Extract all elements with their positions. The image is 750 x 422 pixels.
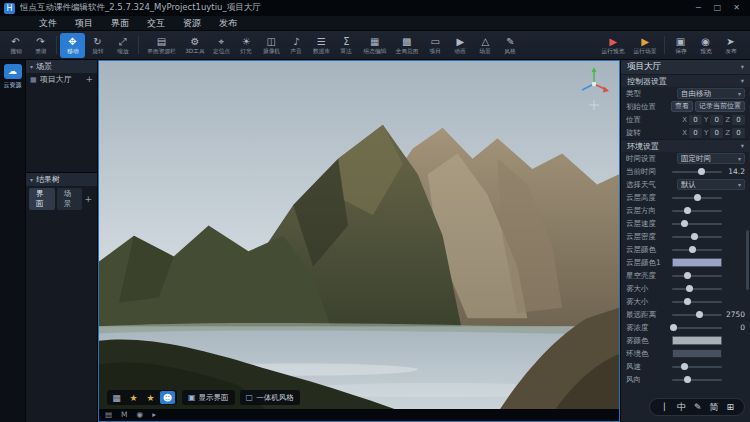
slider-thumb-far-distance[interactable] — [696, 311, 703, 318]
tool-camera[interactable]: ◫摄像机 — [259, 33, 284, 58]
slider-thumb-cloud-color[interactable] — [689, 246, 696, 253]
viewport-button-kiosk-style[interactable]: ▢一体机风格 — [240, 390, 300, 405]
slider-thumb-cloud-direction[interactable] — [684, 207, 691, 214]
viewport-button-bookmark-1[interactable]: ★ — [126, 391, 141, 404]
ime-pen[interactable]: ✎ — [694, 399, 702, 415]
add-scene-button[interactable]: + — [85, 75, 93, 84]
media-forward-icon[interactable]: ▸ — [152, 409, 156, 421]
input-position-y[interactable]: 0 — [710, 115, 723, 125]
slider-star-brightness[interactable] — [672, 270, 722, 281]
tool-undo[interactable]: ↶撤销 — [3, 33, 28, 58]
color-swatch-cloud-color-1[interactable] — [672, 258, 722, 267]
dropdown-time-mode[interactable]: 固定时间▾ — [677, 153, 745, 164]
result-tab-ui[interactable]: 界面 — [29, 188, 55, 210]
viewport-3d[interactable]: ▦★★☻ ▣显示界面▢一体机风格 ▤M◉▸ — [98, 60, 620, 422]
properties-title[interactable]: 项目大厅 ▾ — [621, 60, 750, 74]
slider-thumb-cloud-density[interactable] — [691, 233, 698, 240]
slider-wind-speed[interactable] — [672, 361, 722, 372]
tool-light[interactable]: ☀灯光 — [234, 33, 259, 58]
scene-item-project-hall[interactable]: ▦项目大厅+ — [26, 73, 97, 86]
initial-position-button-0[interactable]: 查看 — [671, 101, 693, 112]
menu-resource[interactable]: 资源 — [174, 16, 210, 30]
tool-publish[interactable]: ➤发布 — [718, 33, 743, 58]
ime-caret[interactable]: 丨 — [660, 399, 669, 415]
media-brand-m-icon[interactable]: M — [121, 409, 127, 421]
slider-cloud-height[interactable] — [672, 192, 722, 203]
viewport-button-show-ui[interactable]: ▣显示界面 — [182, 390, 235, 405]
ime-simplified[interactable]: 简 — [709, 399, 718, 415]
slider-fog-size[interactable] — [672, 283, 722, 294]
tool-run-preview[interactable]: ▶运行预览 — [597, 33, 629, 58]
tool-preview[interactable]: ◉预览 — [693, 33, 718, 58]
color-swatch-ambient-color[interactable] — [672, 349, 722, 358]
tool-sound[interactable]: ♪声音 — [284, 33, 309, 58]
input-rotation-y[interactable]: 0 — [710, 128, 723, 138]
slider-far-distance[interactable] — [672, 309, 722, 320]
slider-wind-direction[interactable] — [672, 374, 722, 385]
media-menu-icon[interactable]: ▤ — [105, 409, 112, 421]
viewport-button-grid-view[interactable]: ▦ — [109, 391, 124, 404]
tool-project[interactable]: ▭项目 — [423, 33, 448, 58]
dropdown-type[interactable]: 自由移动▾ — [677, 88, 745, 99]
initial-position-button-1[interactable]: 记录当前位置 — [695, 101, 745, 112]
slider-thumb-wind-direction[interactable] — [684, 376, 691, 383]
slider-cloud-color[interactable] — [672, 244, 722, 255]
tool-algorithm[interactable]: Σ算法 — [334, 33, 359, 58]
input-rotation-x[interactable]: 0 — [689, 128, 702, 138]
slider-cloud-density[interactable] — [672, 231, 722, 242]
menu-publish[interactable]: 发布 — [210, 16, 246, 30]
slider-thumb-fog-size-2[interactable] — [684, 298, 691, 305]
tool-run-scene[interactable]: ▶运行场景 — [629, 33, 661, 58]
result-tree-header[interactable]: ▾ 结果树 — [26, 173, 97, 186]
ime-keyboard[interactable]: ⊞ — [726, 399, 734, 415]
tool-style[interactable]: ✎风格 — [498, 33, 523, 58]
controller-section-header[interactable]: 控制器设置 ▾ — [621, 74, 750, 87]
tool-redo[interactable]: ↷重做 — [28, 33, 53, 58]
tool-scale[interactable]: ⤢缩放 — [110, 33, 135, 58]
menu-ui[interactable]: 界面 — [102, 16, 138, 30]
slider-thumb-star-brightness[interactable] — [684, 272, 691, 279]
result-tab-scene[interactable]: 场景 — [57, 188, 83, 210]
input-rotation-z[interactable]: 0 — [732, 128, 745, 138]
viewport-button-walk-mode[interactable]: ☻ — [160, 391, 175, 404]
tool-scene[interactable]: △场景 — [473, 33, 498, 58]
slider-thumb-cloud-speed[interactable] — [681, 220, 688, 227]
slider-thumb-wind-speed[interactable] — [681, 363, 688, 370]
ime-lang-zh[interactable]: 中 — [677, 399, 686, 415]
color-swatch-fog-color[interactable] — [672, 336, 722, 345]
menu-project[interactable]: 项目 — [66, 16, 102, 30]
tool-ui-resource-bar[interactable]: ▤界面资源栏 — [142, 33, 181, 58]
tool-database[interactable]: ☰数据库 — [309, 33, 334, 58]
menu-interaction[interactable]: 交互 — [138, 16, 174, 30]
slider-thumb-fog-size[interactable] — [686, 285, 693, 292]
tool-rotate[interactable]: ↻旋转 — [85, 33, 110, 58]
slider-cloud-speed[interactable] — [672, 218, 722, 229]
input-position-z[interactable]: 0 — [732, 115, 745, 125]
menu-file[interactable]: 文件 — [30, 16, 66, 30]
minimize-button[interactable]: ─ — [689, 0, 708, 16]
media-record-icon[interactable]: ◉ — [137, 409, 144, 421]
tool-save[interactable]: ▣保存 — [668, 33, 693, 58]
tool-move[interactable]: ✥移动 — [60, 33, 85, 58]
tool-animation[interactable]: ▶动画 — [448, 33, 473, 58]
slider-current-time[interactable] — [672, 166, 722, 177]
environment-section-header[interactable]: 环境设置 ▾ — [621, 139, 750, 152]
viewport-button-bookmark-2[interactable]: ★ — [143, 391, 158, 404]
slider-thumb-cloud-height[interactable] — [694, 194, 701, 201]
slider-thumb-fog-density[interactable] — [670, 324, 677, 331]
dropdown-weather[interactable]: 默认▾ — [677, 179, 745, 190]
maximize-button[interactable]: □ — [708, 0, 727, 16]
close-button[interactable]: ✕ — [727, 0, 746, 16]
input-position-x[interactable]: 0 — [689, 115, 702, 125]
orientation-gizmo[interactable] — [575, 65, 613, 111]
slider-thumb-current-time[interactable] — [698, 168, 705, 175]
tool-global-map[interactable]: ▩全局总图 — [391, 33, 423, 58]
slider-cloud-direction[interactable] — [672, 205, 722, 216]
tool-anchor-point[interactable]: ⌖定位点 — [209, 33, 234, 58]
scrollbar-thumb[interactable] — [746, 230, 749, 290]
tool-tools-3d[interactable]: ⚙3D工具 — [181, 33, 209, 58]
slider-fog-size-2[interactable] — [672, 296, 722, 307]
slider-fog-density[interactable] — [672, 322, 722, 333]
tool-config-edit[interactable]: ▦组态编辑 — [359, 33, 391, 58]
rail-tab-cloud-resource[interactable]: ☁云资源 — [2, 64, 23, 90]
